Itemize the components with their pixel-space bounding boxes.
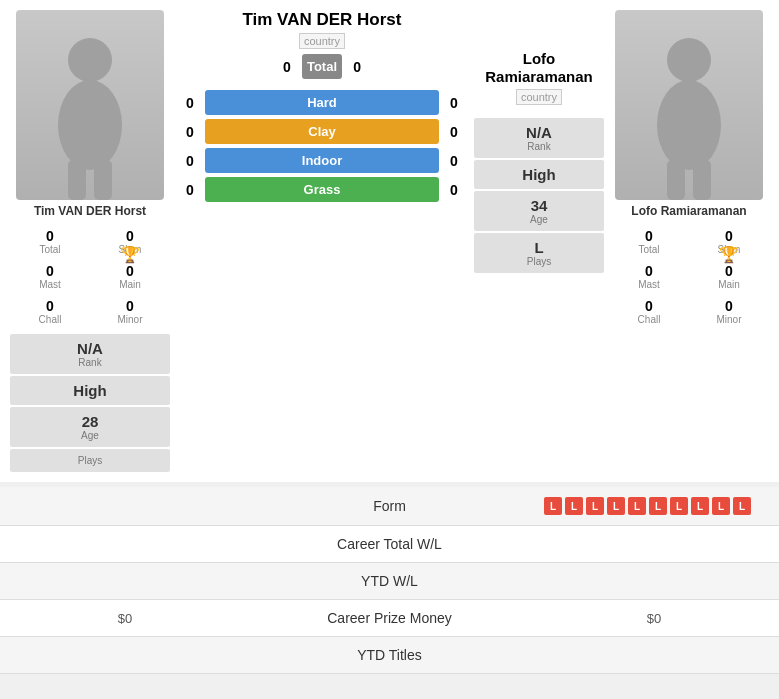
svg-rect-3 <box>94 160 112 200</box>
svg-point-0 <box>68 38 112 82</box>
right-minor-value: 0 <box>691 298 767 314</box>
ytd-wl-label: YTD W/L <box>235 573 544 589</box>
right-country-flag: country <box>516 89 562 105</box>
left-plays-card: Plays <box>10 449 170 472</box>
left-total-value: 0 <box>12 228 88 244</box>
form-list: LLLLLLLLLL <box>544 497 764 515</box>
left-total-label: Total <box>12 244 88 255</box>
left-silhouette-icon <box>40 30 140 200</box>
left-mast-label: Mast <box>12 279 88 290</box>
right-rank-value: N/A <box>480 124 598 141</box>
grass-badge: Grass <box>205 177 439 202</box>
left-player-name-center: Tim VAN DER Horst <box>242 10 401 30</box>
right-total-label: Total <box>611 244 687 255</box>
right-mast-label: Mast <box>611 279 687 290</box>
right-plays-card: L Plays <box>474 233 604 273</box>
form-badge: L <box>733 497 751 515</box>
right-center-stats: Lofo Ramiaramanan country N/A Rank High … <box>474 50 604 472</box>
form-badge: L <box>712 497 730 515</box>
form-badge: L <box>565 497 583 515</box>
left-total-cell: 0 Total <box>10 224 90 259</box>
right-chall-value: 0 <box>611 298 687 314</box>
main-container: Tim VAN DER Horst 0 Total 0 Slam 0 Mast … <box>0 0 779 674</box>
left-mast-value: 0 <box>12 263 88 279</box>
svg-rect-7 <box>693 160 711 200</box>
form-badge: L <box>544 497 562 515</box>
total-left-score: 0 <box>272 59 302 75</box>
left-minor-cell: 0 Minor <box>90 294 170 329</box>
right-slam-value: 0 <box>691 228 767 244</box>
hard-badge: Hard <box>205 90 439 115</box>
hard-row: 0 Hard 0 <box>175 90 469 115</box>
left-rank-label: Rank <box>16 357 164 368</box>
right-high-value: High <box>480 166 598 183</box>
right-player-name-center: Lofo Ramiaramanan <box>474 50 604 86</box>
right-player-cards: N/A Rank High 34 Age L Plays <box>474 118 604 273</box>
left-chall-cell: 0 Chall <box>10 294 90 329</box>
left-chall-value: 0 <box>12 298 88 314</box>
left-age-card: 28 Age <box>10 407 170 447</box>
career-wl-label: Career Total W/L <box>235 536 544 552</box>
form-badge: L <box>649 497 667 515</box>
prize-row: $0 Career Prize Money $0 <box>0 600 779 637</box>
right-plays-value: L <box>480 239 598 256</box>
left-main-cell: 🏆 0 Main <box>90 259 170 294</box>
right-silhouette-icon <box>639 30 739 200</box>
svg-point-1 <box>58 80 122 170</box>
right-trophy-icon: 🏆 <box>719 245 739 264</box>
left-country-flag: country <box>299 33 345 49</box>
hard-left-score: 0 <box>175 95 205 111</box>
indoor-row: 0 Indoor 0 <box>175 148 469 173</box>
right-main-cell: 🏆 0 Main <box>689 259 769 294</box>
clay-badge: Clay <box>205 119 439 144</box>
comparison-section: Tim VAN DER Horst 0 Total 0 Slam 0 Mast … <box>0 0 779 482</box>
total-label: Total <box>302 54 342 79</box>
svg-rect-2 <box>68 160 86 200</box>
right-total-value: 0 <box>611 228 687 244</box>
svg-point-4 <box>667 38 711 82</box>
grass-row: 0 Grass 0 <box>175 177 469 202</box>
prize-label: Career Prize Money <box>235 610 544 626</box>
left-player-name: Tim VAN DER Horst <box>34 204 146 218</box>
right-main-value: 0 <box>691 263 767 279</box>
form-badge: L <box>670 497 688 515</box>
form-badge: L <box>586 497 604 515</box>
right-player-name: Lofo Ramiaramanan <box>631 204 746 218</box>
right-player-stats-grid: 0 Total 0 Slam 0 Mast 🏆 0 Main 0 <box>609 224 769 329</box>
left-player-stats-grid: 0 Total 0 Slam 0 Mast 🏆 0 Main <box>10 224 170 329</box>
left-high-value: High <box>16 382 164 399</box>
left-minor-label: Minor <box>92 314 168 325</box>
indoor-left-score: 0 <box>175 153 205 169</box>
right-minor-cell: 0 Minor <box>689 294 769 329</box>
left-slam-value: 0 <box>92 228 168 244</box>
left-age-label: Age <box>16 430 164 441</box>
left-minor-value: 0 <box>92 298 168 314</box>
surface-table: 0 Hard 0 0 Clay 0 0 Indoor 0 0 Grass <box>175 90 469 206</box>
right-age-card: 34 Age <box>474 191 604 231</box>
right-player-column: Lofo Ramiaramanan 0 Total 0 Slam 0 Mast … <box>609 10 769 472</box>
left-main-label: Main <box>92 279 168 290</box>
svg-point-5 <box>657 80 721 170</box>
grass-left-score: 0 <box>175 182 205 198</box>
left-player-cards: N/A Rank High 28 Age Plays <box>10 334 170 472</box>
prize-left-val: $0 <box>15 611 235 626</box>
right-total-cell: 0 Total <box>609 224 689 259</box>
grass-right-score: 0 <box>439 182 469 198</box>
career-wl-row: Career Total W/L <box>0 526 779 563</box>
ytd-wl-row: YTD W/L <box>0 563 779 600</box>
left-plays-label: Plays <box>16 455 164 466</box>
ytd-titles-row: YTD Titles <box>0 637 779 674</box>
right-mast-cell: 0 Mast <box>609 259 689 294</box>
right-plays-label: Plays <box>480 256 598 267</box>
prize-right-val: $0 <box>544 611 764 626</box>
right-chall-cell: 0 Chall <box>609 294 689 329</box>
left-player-column: Tim VAN DER Horst 0 Total 0 Slam 0 Mast … <box>10 10 170 472</box>
total-row: 0 Total 0 <box>272 54 372 79</box>
right-mast-value: 0 <box>611 263 687 279</box>
left-mast-cell: 0 Mast <box>10 259 90 294</box>
clay-right-score: 0 <box>439 124 469 140</box>
left-rank-card: N/A Rank <box>10 334 170 374</box>
clay-row: 0 Clay 0 <box>175 119 469 144</box>
form-badges-container: LLLLLLLLLL <box>544 497 764 515</box>
form-badge: L <box>607 497 625 515</box>
